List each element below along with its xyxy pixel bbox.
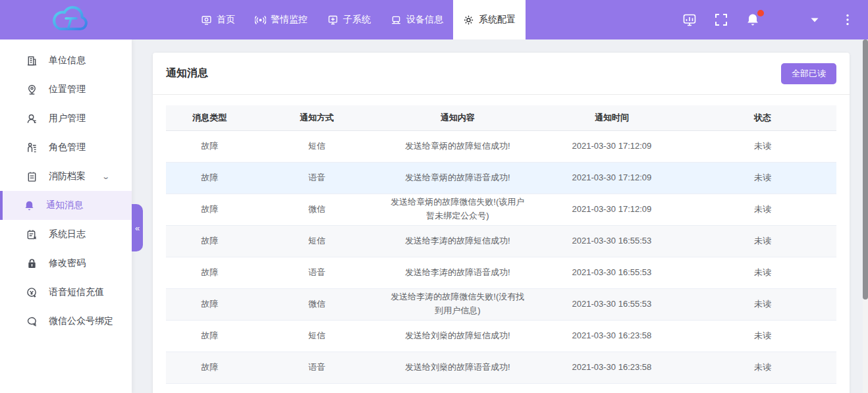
nav-item-device-info[interactable]: 设备信息 <box>381 0 453 39</box>
notification-badge <box>757 10 764 16</box>
wechat-icon <box>26 316 38 327</box>
sidebar-item-role-mgmt[interactable]: 角色管理 <box>0 133 132 162</box>
sidebar-item-label: 语音短信充值 <box>49 286 104 298</box>
table-cell: 2021-03-30 16:23:58 <box>535 320 689 352</box>
sidebar: 单位信息 位置管理 用户管理 角色管理 <box>0 39 132 393</box>
user-icon <box>26 113 38 124</box>
table-cell: 未读 <box>689 320 836 352</box>
sidebar-item-label: 单位信息 <box>49 55 86 66</box>
sidebar-item-fire-archive[interactable]: 消防档案 ⌄ <box>0 162 132 191</box>
collapse-chevrons-icon: « <box>135 223 140 233</box>
table-cell: 未读 <box>689 288 836 320</box>
table-cell: 发送给章炳的故障微信失败!(该用户暂未绑定公众号) <box>381 194 535 225</box>
table-cell: 未读 <box>689 162 836 194</box>
table-cell: 发送给刘燊的故障短信成功! <box>381 320 535 352</box>
table-cell: 故障 <box>166 288 253 320</box>
sidebar-item-label: 修改密码 <box>49 257 86 269</box>
notifications-card: 通知消息 全部已读 消息类型 通知方式 通知内容 通知时间 状态 故障短信发送给 <box>153 53 850 393</box>
table-cell: 发送给李涛的故障微信失败!(没有找到用户信息) <box>381 288 535 320</box>
nav-item-label: 设备信息 <box>406 14 443 26</box>
log-icon <box>26 229 38 240</box>
table-row[interactable]: 故障微信发送给章炳的故障微信失败!(该用户暂未绑定公众号)2021-03-30 … <box>166 194 836 225</box>
table-cell: 故障 <box>166 194 253 225</box>
location-icon <box>26 84 38 95</box>
table-row[interactable]: 故障语音发送给章炳的故障语音成功!2021-03-30 17:12:09未读 <box>166 162 836 194</box>
sidebar-item-unit-info[interactable]: 单位信息 <box>0 46 132 75</box>
column-header: 通知时间 <box>535 105 689 130</box>
table-cell: 2021-03-30 17:12:09 <box>535 130 689 162</box>
topbar-actions <box>682 13 855 27</box>
notifications-table: 消息类型 通知方式 通知内容 通知时间 状态 故障短信发送给章炳的故障短信成功!… <box>166 105 836 384</box>
sidebar-item-voice-sms-recharge[interactable]: 语音短信充值 <box>0 278 132 307</box>
sidebar-item-location[interactable]: 位置管理 <box>0 75 132 104</box>
column-header: 消息类型 <box>166 105 253 130</box>
nav-item-label: 子系统 <box>343 14 371 26</box>
nav-item-label: 首页 <box>217 14 235 26</box>
table-cell: 发送给李涛的故障语音成功! <box>381 257 535 288</box>
table-cell: 2021-03-30 17:12:09 <box>535 162 689 194</box>
sidebar-item-wechat-binding[interactable]: 微信公众号绑定 <box>0 307 132 336</box>
table-body: 故障短信发送给章炳的故障短信成功!2021-03-30 17:12:09未读故障… <box>166 130 836 383</box>
table-cell: 短信 <box>253 225 380 257</box>
cloud-logo-icon <box>46 5 107 34</box>
table-cell: 未读 <box>689 225 836 257</box>
nav-item-label: 警情监控 <box>271 14 308 26</box>
gear-icon <box>463 14 474 26</box>
table-cell: 2021-03-30 16:23:58 <box>535 352 689 383</box>
table-cell: 发送给刘燊的故障语音成功! <box>381 352 535 383</box>
table-cell: 2021-03-30 16:55:53 <box>535 288 689 320</box>
sidebar-item-system-log[interactable]: 系统日志 <box>0 220 132 249</box>
sidebar-item-notifications[interactable]: 通知消息 <box>0 191 132 220</box>
table-row[interactable]: 故障语音发送给李涛的故障语音成功!2021-03-30 16:55:53未读 <box>166 257 836 288</box>
nav-item-home[interactable]: 首页 <box>191 0 245 39</box>
table-cell: 2021-03-30 16:55:53 <box>535 225 689 257</box>
table-cell: 微信 <box>253 194 380 225</box>
sidebar-item-label: 用户管理 <box>49 113 86 124</box>
building-icon <box>26 55 38 66</box>
caret-down-icon[interactable] <box>807 13 822 27</box>
table-row[interactable]: 故障短信发送给章炳的故障短信成功!2021-03-30 17:12:09未读 <box>166 130 836 162</box>
top-nav: 首页 警情监控 子系统 设备信息 <box>191 0 526 39</box>
table-cell: 故障 <box>166 225 253 257</box>
sidebar-item-label: 系统日志 <box>49 228 86 240</box>
card-header: 通知消息 全部已读 <box>153 53 850 95</box>
table-row[interactable]: 故障语音发送给刘燊的故障语音成功!2021-03-30 16:23:58未读 <box>166 352 836 383</box>
table-cell: 故障 <box>166 257 253 288</box>
recharge-icon <box>26 287 38 298</box>
main-content: 通知消息 全部已读 消息类型 通知方式 通知内容 通知时间 状态 故障短信发送给 <box>132 39 868 393</box>
table-cell: 发送给李涛的故障短信成功! <box>381 225 535 257</box>
scrollbar-thumb[interactable] <box>863 39 868 300</box>
table-cell: 短信 <box>253 320 380 352</box>
table-row[interactable]: 故障短信发送给李涛的故障短信成功!2021-03-30 16:55:53未读 <box>166 225 836 257</box>
table-cell: 短信 <box>253 130 380 162</box>
table-row[interactable]: 故障微信发送给李涛的故障微信失败!(没有找到用户信息)2021-03-30 16… <box>166 288 836 320</box>
scrollbar-track[interactable] <box>863 39 868 393</box>
bell-icon[interactable] <box>746 13 760 27</box>
column-header: 通知内容 <box>381 105 535 130</box>
fullscreen-icon[interactable] <box>714 13 728 27</box>
table-cell: 未读 <box>689 257 836 288</box>
mark-all-read-button[interactable]: 全部已读 <box>781 63 836 84</box>
lock-icon <box>26 258 38 269</box>
nav-item-alert-monitor[interactable]: 警情监控 <box>245 0 317 39</box>
nav-item-label: 系统配置 <box>479 14 516 26</box>
sidebar-item-change-password[interactable]: 修改密码 <box>0 249 132 278</box>
bell-icon <box>24 200 35 211</box>
home-icon <box>201 14 212 26</box>
sidebar-item-label: 通知消息 <box>46 199 83 211</box>
table-row[interactable]: 故障短信发送给刘燊的故障短信成功!2021-03-30 16:23:58未读 <box>166 320 836 352</box>
archive-icon <box>26 171 38 182</box>
sidebar-item-user-mgmt[interactable]: 用户管理 <box>0 104 132 133</box>
table-cell: 故障 <box>166 320 253 352</box>
table-cell: 2021-03-30 17:12:09 <box>535 194 689 225</box>
nav-item-subsystem[interactable]: 子系统 <box>317 0 381 39</box>
kebab-menu-icon[interactable] <box>840 13 855 27</box>
nav-item-system-config[interactable]: 系统配置 <box>453 0 526 39</box>
table-cell: 未读 <box>689 130 836 162</box>
table-cell: 语音 <box>253 352 380 383</box>
subsystem-icon <box>327 14 339 26</box>
table-header-row: 消息类型 通知方式 通知内容 通知时间 状态 <box>166 105 836 130</box>
dashboard-chart-icon[interactable] <box>682 13 697 27</box>
table-cell: 故障 <box>166 162 253 194</box>
sidebar-collapse-handle[interactable]: « <box>132 204 143 251</box>
